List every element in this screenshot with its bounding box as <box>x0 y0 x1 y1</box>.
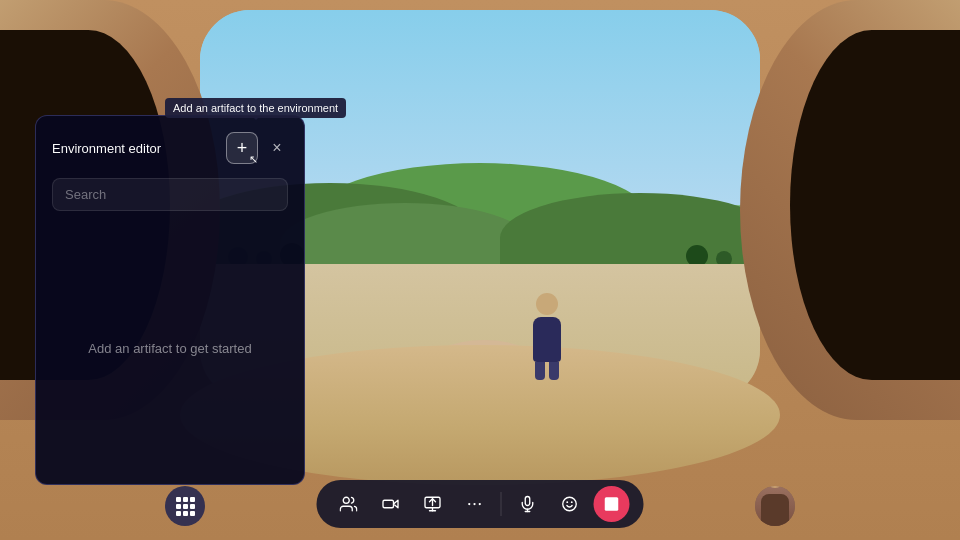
svg-point-8 <box>473 503 475 505</box>
avatar-head-small <box>766 486 784 488</box>
bottom-toolbar <box>317 480 644 528</box>
grid-icon <box>176 497 195 516</box>
video-button[interactable] <box>373 486 409 522</box>
avatar-leg-right <box>549 362 559 380</box>
add-artifact-tooltip: Add an artifact to the environment <box>165 98 346 118</box>
avatar-legs <box>533 362 561 380</box>
avatar-head <box>536 293 558 315</box>
panel-actions: + ↖ × <box>226 132 288 164</box>
cursor-icon: ↖ <box>249 153 263 167</box>
svg-rect-10 <box>525 497 530 506</box>
mic-icon <box>519 495 537 513</box>
panel-title: Environment editor <box>52 141 161 156</box>
more-icon <box>466 495 484 513</box>
svg-point-7 <box>468 503 470 505</box>
avatar-background <box>755 486 795 526</box>
panel-header: Environment editor + ↖ × <box>52 132 288 164</box>
avatar-leg-left <box>535 362 545 380</box>
arch-right <box>740 0 960 420</box>
people-icon <box>340 495 358 513</box>
emoji-icon <box>561 495 579 513</box>
arch-right-inner <box>790 30 960 380</box>
search-input[interactable] <box>52 178 288 211</box>
empty-state-message: Add an artifact to get started <box>52 223 288 473</box>
mic-button[interactable] <box>510 486 546 522</box>
svg-point-9 <box>479 503 481 505</box>
svg-rect-16 <box>605 497 619 511</box>
toolbar-separator <box>501 492 502 516</box>
user-avatar-button[interactable] <box>755 486 795 526</box>
emoji-button[interactable] <box>552 486 588 522</box>
svg-marker-2 <box>394 500 399 508</box>
share-button[interactable] <box>594 486 630 522</box>
svg-point-13 <box>563 497 577 511</box>
svg-point-0 <box>343 497 349 503</box>
screen-share-icon <box>424 495 442 513</box>
avatar-figure <box>533 293 561 380</box>
grid-menu-button[interactable] <box>165 486 205 526</box>
close-panel-button[interactable]: × <box>266 137 288 159</box>
avatar-body-small <box>761 494 789 526</box>
svg-rect-1 <box>383 500 394 508</box>
share-icon <box>603 495 621 513</box>
add-artifact-button[interactable]: + ↖ <box>226 132 258 164</box>
environment-editor-panel: Environment editor + ↖ × Add an artifact… <box>35 115 305 485</box>
screen-share-button[interactable] <box>415 486 451 522</box>
video-icon <box>382 495 400 513</box>
people-button[interactable] <box>331 486 367 522</box>
avatar-body <box>533 317 561 362</box>
more-button[interactable] <box>457 486 493 522</box>
